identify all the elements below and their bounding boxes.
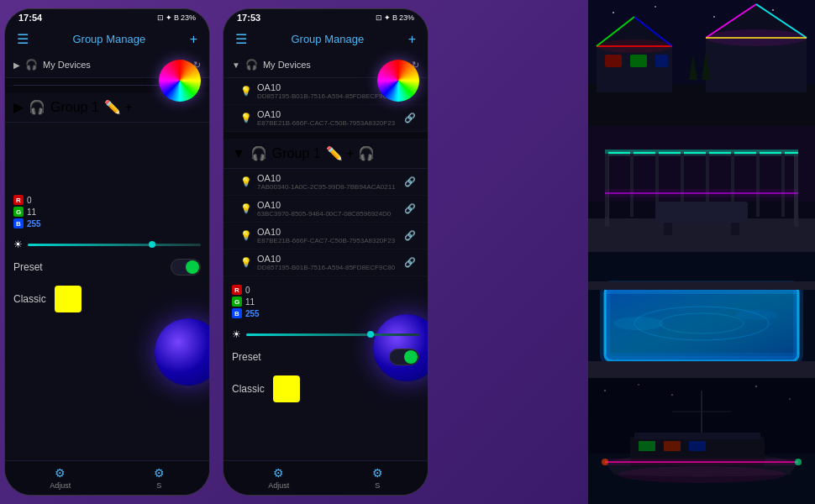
- adjust-label-left: Adjust: [50, 481, 71, 490]
- link-icon-1[interactable]: 🔗: [404, 113, 416, 123]
- group-bulb-3: 💡: [240, 257, 252, 268]
- group-device-name-1: OA10: [257, 200, 399, 210]
- group-device-mac-0: 7AB00340-1A0C-2C95-99D8-7BB94ACA0211: [257, 183, 399, 191]
- svg-point-4: [713, 16, 715, 18]
- photo-patio: [588, 126, 815, 252]
- patio-scene: [588, 126, 815, 252]
- classic-row-left: Classic: [5, 281, 209, 318]
- svg-rect-42: [781, 150, 785, 217]
- group-device-name-3: OA10: [257, 254, 399, 264]
- brightness-icon-right: ☀: [232, 328, 241, 340]
- svg-rect-45: [731, 223, 739, 235]
- arrow-group1-right: ▼: [232, 146, 245, 161]
- b-label-left: B: [13, 218, 24, 228]
- edit-icon-left[interactable]: ✏️: [104, 100, 121, 114]
- bulb-icon-1: 💡: [240, 113, 252, 123]
- group-bulb-2: 💡: [240, 230, 252, 241]
- group-device-info-2: OA10 E87BE21B-666F-CAC7-C50B-7953A8320F2…: [257, 227, 399, 244]
- brightness-track-right[interactable]: [246, 333, 419, 336]
- bottom-nav-left: ⚙ Adjust ⚙ S: [5, 460, 209, 495]
- group-device-name-2: OA10: [257, 227, 399, 237]
- svg-point-83: [795, 459, 802, 465]
- edit-icon-right[interactable]: ✏️: [326, 146, 343, 160]
- group1-row-right[interactable]: ▼ 🎧 Group 1 ✏️ + 🎧: [223, 139, 428, 169]
- group-device-row-3: 💡 OA10 DD857195-B01B-7516-A594-85FD8ECF9…: [223, 249, 428, 276]
- group-device-row-1: 💡 OA10 63BC3970-8505-9484-00C7-08C859692…: [223, 196, 428, 223]
- preset-toggle-right[interactable]: [389, 349, 419, 365]
- classic-color-box-left[interactable]: [55, 286, 82, 312]
- second-icon-right: ⚙: [372, 466, 383, 480]
- device-mac-0: DD857195-B01B-7516-A594-85FD8ECF9C80: [257, 92, 399, 100]
- classic-label-left: Classic: [13, 293, 46, 305]
- rgb-b-row-left: B 255: [13, 218, 201, 228]
- nav-title-left: Group Manage: [72, 33, 145, 45]
- group-device-name-0: OA10: [257, 173, 399, 183]
- classic-label-right: Classic: [232, 383, 265, 395]
- svg-rect-73: [639, 441, 655, 451]
- rgb-r-row-right: R 0: [232, 285, 419, 295]
- svg-point-66: [638, 384, 639, 386]
- top-nav-right: ☰ Group Manage +: [223, 26, 428, 52]
- svg-point-65: [604, 390, 606, 391]
- group-link-2[interactable]: 🔗: [404, 230, 416, 241]
- group-device-info-3: OA10 DD857195-B01B-7516-A594-85FD8ECF9C8…: [257, 254, 399, 271]
- group-bulb-1: 💡: [240, 203, 252, 214]
- yacht-svg: [588, 378, 815, 504]
- color-sphere-left[interactable]: [159, 60, 201, 102]
- rgb-g-row-left: G 11: [13, 207, 201, 217]
- add-icon-left[interactable]: +: [124, 100, 132, 114]
- device-info-1: OA10 E87BE21B-666F-CAC7-C50B-7953A8320F2…: [257, 109, 399, 127]
- svg-point-67: [671, 394, 673, 396]
- adjust-label-right: Adjust: [268, 481, 289, 490]
- menu-icon-right[interactable]: ☰: [235, 31, 247, 47]
- adjust-nav-item-right[interactable]: ⚙ Adjust: [268, 466, 289, 490]
- add-icon-right[interactable]: +: [346, 146, 354, 160]
- pool-scene: [588, 252, 815, 378]
- photo-pool: [588, 252, 815, 378]
- house-svg: [588, 0, 815, 126]
- second-label-left: S: [156, 481, 161, 490]
- group-device-row-2: 💡 OA10 E87BE21B-666F-CAC7-C50B-7953A8320…: [223, 223, 428, 249]
- svg-rect-10: [605, 55, 622, 67]
- group-link-3[interactable]: 🔗: [404, 257, 416, 268]
- brightness-thumb-right: [367, 331, 374, 338]
- brightness-thumb-left: [149, 241, 155, 248]
- group1-actions-left: ✏️ +: [104, 99, 133, 115]
- svg-point-82: [618, 466, 786, 483]
- bulb-icon-0: 💡: [240, 86, 252, 97]
- group-bulb-0: 💡: [240, 176, 252, 187]
- second-nav-item-right[interactable]: ⚙ S: [372, 466, 383, 490]
- svg-point-3: [655, 6, 656, 8]
- second-nav-item-left[interactable]: ⚙ S: [154, 466, 165, 490]
- b-label-right: B: [232, 308, 242, 318]
- menu-icon-left[interactable]: ☰: [17, 31, 29, 47]
- group-link-1[interactable]: 🔗: [404, 203, 416, 214]
- r-label-left: R: [13, 195, 24, 205]
- svg-point-24: [706, 29, 807, 46]
- group-link-0[interactable]: 🔗: [404, 176, 416, 187]
- preset-label-right: Preset: [232, 351, 261, 363]
- adjust-icon-left: ⚙: [55, 466, 66, 480]
- r-value-right: 0: [245, 286, 266, 295]
- rgb-controls-left: R 0 G 11 B 255: [5, 190, 209, 235]
- r-value-left: 0: [27, 196, 48, 205]
- plus-icon-left[interactable]: +: [190, 32, 197, 47]
- g-label-right: G: [232, 297, 242, 307]
- svg-rect-75: [664, 441, 681, 451]
- group-icon-left: 🎧: [29, 99, 45, 115]
- b-value-right: 255: [245, 309, 266, 318]
- plus-icon-right[interactable]: +: [408, 32, 416, 47]
- adjust-nav-item-left[interactable]: ⚙ Adjust: [50, 466, 71, 490]
- pool-svg: [588, 252, 815, 378]
- brightness-track-left[interactable]: [28, 244, 201, 246]
- spacer-rgb-left: [5, 123, 209, 190]
- color-sphere-right[interactable]: [377, 60, 419, 102]
- status-icons-left: ⊡ ✦ B 23%: [157, 13, 196, 22]
- phone-right: 17:53 ⊡ ✦ B 23% ☰ Group Manage + ▼ 🎧 My …: [223, 8, 429, 496]
- status-icons-right: ⊡ ✦ B 23%: [376, 13, 414, 22]
- preset-toggle-left[interactable]: [171, 259, 201, 276]
- classic-color-box-right[interactable]: [273, 375, 300, 402]
- my-devices-label-left: My Devices: [43, 60, 171, 70]
- svg-rect-12: [630, 55, 647, 67]
- svg-point-68: [755, 386, 757, 387]
